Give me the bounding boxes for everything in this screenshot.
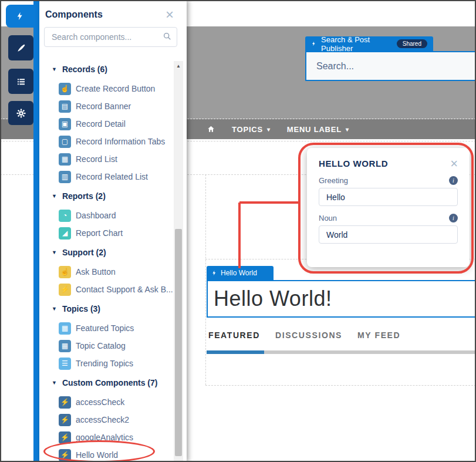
components-rail-tab[interactable] [6,5,33,28]
nav-item-menu-label[interactable]: MENU LABEL▾ [287,125,349,134]
section-header-custom-components-7[interactable]: ▼Custom Components (7) [39,372,174,393]
nav-item-label: MENU LABEL [287,125,342,134]
custom-lightning-icon: ⚡ [59,431,71,444]
search-post-publisher-component[interactable]: Search & Post Publisher Shared Search... [305,36,476,81]
chevron-down-icon: ▼ [52,193,57,199]
component-item-label: Report Chart [76,228,123,238]
component-item-label: Featured Topics [76,323,134,333]
active-tab-underline [207,350,264,354]
component-item-record-related-list[interactable]: ▥Record Related List [39,168,174,186]
component-item-label: accessCheck2 [76,415,129,424]
component-item-label: Create Record Button [76,84,155,93]
chevron-down-icon: ▼ [52,249,57,255]
component-list: ▼Records (6)☝Create Record Button▤Record… [39,59,174,462]
home-icon[interactable] [207,125,215,133]
custom-lightning-icon: ⚡ [59,414,71,426]
section-header-topics-3[interactable]: ▼Topics (3) [39,298,174,319]
record-related-list-icon: ▥ [59,171,71,183]
record-detail-icon: ▣ [59,118,71,130]
section-label: Records (6) [62,65,107,74]
component-item-featured-topics[interactable]: ▦Featured Topics [39,319,174,337]
content-tab-my-feed[interactable]: MY FEED [357,331,400,340]
section-header-reports-2[interactable]: ▼Reports (2) [39,186,174,207]
component-item-accesscheck[interactable]: ⚡accessCheck [39,393,174,411]
content-region-bottom-border [205,385,476,386]
hello-world-tab-label: Hello World [221,269,257,277]
property-field-noun: Nouni [319,214,458,244]
noun-input[interactable] [319,225,458,244]
component-item-label: Contact Support & Ask B... [76,285,173,294]
component-item-record-detail[interactable]: ▣Record Detail [39,115,174,133]
search-icon [163,32,172,41]
component-item-accesscheck2[interactable]: ⚡accessCheck2 [39,411,174,429]
hello-world-text: Hello World! [214,286,332,311]
panel-scrollbar[interactable]: ▲ [174,61,183,461]
greeting-input[interactable] [319,188,458,206]
component-item-record-information-tabs[interactable]: ▢Record Information Tabs [39,133,174,150]
hello-world-property-panel: HELLO WORLD × GreetingiNouni [307,148,470,267]
chevron-down-icon: ▼ [52,380,57,386]
component-item-hello-world[interactable]: ⚡Hello World [39,446,174,462]
ask-button-icon: ☝ [59,266,71,278]
lightning-icon [311,40,316,48]
custom-lightning-icon: ⚡ [59,449,71,461]
page-structure-rail-button[interactable] [8,69,33,94]
theme-rail-button[interactable] [8,35,33,60]
component-item-label: Record List [76,154,117,164]
component-item-ask-button[interactable]: ☝Ask Button [39,263,174,281]
custom-lightning-icon: ⚡ [59,396,71,409]
record-list-icon: ▦ [59,153,71,166]
settings-rail-button[interactable] [8,101,33,125]
chevron-down-icon: ▾ [346,126,349,133]
featured-topics-icon: ▦ [59,322,71,335]
record-banner-icon: ▤ [59,100,71,113]
content-tab-featured[interactable]: FEATURED [208,331,260,340]
nav-item-topics[interactable]: TOPICS▾ [232,125,271,134]
chevron-down-icon: ▼ [52,66,57,72]
component-item-label: Record Information Tabs [76,137,165,146]
component-item-label: Topic Catalog [76,341,126,350]
list-icon [16,77,26,86]
section-header-records-6[interactable]: ▼Records (6) [39,59,174,80]
component-item-googleanalytics[interactable]: ⚡googleAnalytics [39,429,174,446]
report-chart-icon: ◢ [59,227,71,240]
gear-icon [16,108,26,119]
component-item-record-banner[interactable]: ▤Record Banner [39,97,174,115]
component-item-topic-catalog[interactable]: ▦Topic Catalog [39,337,174,355]
component-selection-tab[interactable]: Search & Post Publisher Shared [305,36,433,51]
component-item-label: Dashboard [76,211,116,220]
component-tab-label: Search & Post Publisher [321,35,390,53]
component-item-record-list[interactable]: ▦Record List [39,150,174,168]
component-item-label: Hello World [76,450,118,460]
hello-world-component[interactable]: Hello World! [207,280,476,318]
component-item-contact-support-ask-b[interactable]: ⚡Contact Support & Ask B... [39,281,174,298]
property-field-greeting: Greetingi [319,176,458,206]
section-header-support-2[interactable]: ▼Support (2) [39,242,174,263]
dashboard-icon: ◔ [59,210,71,222]
shared-badge: Shared [397,39,427,48]
contact-support-icon: ⚡ [59,284,71,296]
info-icon[interactable]: i [449,176,458,185]
scroll-up-icon[interactable]: ▲ [174,63,183,69]
paintbrush-icon [16,43,26,53]
component-item-label: Trending Topics [76,359,133,368]
section-label: Topics (3) [62,304,100,313]
component-item-report-chart[interactable]: ◢Report Chart [39,224,174,242]
chevron-down-icon: ▾ [267,126,271,133]
component-item-trending-topics[interactable]: ☰Trending Topics [39,355,174,372]
topic-catalog-icon: ▦ [59,340,71,352]
record-information-tabs-icon: ▢ [59,136,71,148]
scrollbar-thumb[interactable] [175,229,182,456]
publisher-search-box[interactable]: Search... [305,51,476,81]
close-icon[interactable]: × [450,159,458,168]
component-item-dashboard[interactable]: ◔Dashboard [39,207,174,224]
content-tab-discussions[interactable]: DISCUSSIONS [275,331,342,340]
section-label: Reports (2) [62,191,106,201]
search-components-input[interactable] [44,27,177,47]
component-item-label: Ask Button [76,267,116,276]
info-icon[interactable]: i [449,214,458,222]
section-label: Support (2) [62,248,106,257]
close-icon[interactable]: × [166,9,174,20]
component-item-create-record-button[interactable]: ☝Create Record Button [39,80,174,97]
panel-accent-strip [33,0,39,462]
